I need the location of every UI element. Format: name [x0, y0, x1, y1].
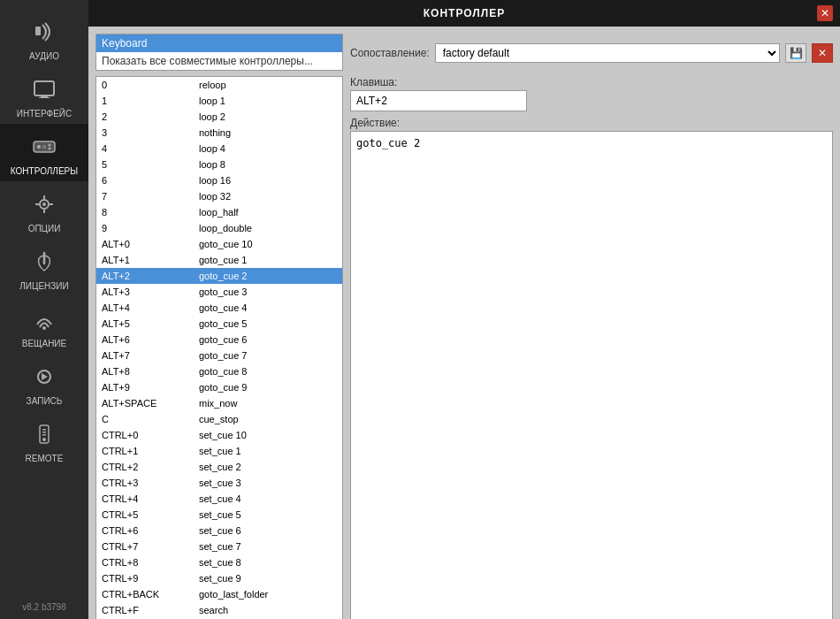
svg-rect-19: [42, 429, 46, 431]
svg-rect-2: [41, 96, 48, 97]
table-row[interactable]: ALT+3goto_cue 3: [96, 284, 342, 300]
sidebar-item-controllers-label: КОНТРОЛЛЕРЫ: [11, 166, 78, 176]
sidebar: АУДИО ИНТЕРФЕЙС КОНТРОЛЛЕРЫ: [0, 0, 88, 619]
keybinding-table-container[interactable]: 0reloop1loop 12loop 23nothing4loop 45loo…: [95, 76, 343, 619]
mapping-label: Сопоставление:: [350, 47, 430, 59]
action-textarea[interactable]: [350, 131, 833, 619]
show-all-controllers[interactable]: Показать все совместимые контроллеры...: [96, 52, 342, 70]
svg-rect-0: [35, 27, 41, 35]
keyboard-controller-item[interactable]: Keyboard: [96, 34, 342, 52]
table-row[interactable]: ALT+7goto_cue 7: [96, 348, 342, 363]
table-row[interactable]: CTRL+1set_cue 1: [96, 443, 342, 459]
table-row[interactable]: ALT+6goto_cue 6: [96, 332, 342, 348]
delete-mapping-button[interactable]: ✕: [812, 43, 833, 63]
table-row[interactable]: Ccue_stop: [96, 411, 342, 427]
svg-rect-21: [42, 434, 46, 436]
table-row[interactable]: ALT+1goto_cue 1: [96, 252, 342, 268]
sidebar-item-interface[interactable]: ИНТЕРФЕЙС: [0, 66, 88, 124]
svg-rect-20: [42, 432, 46, 433]
action-label: Действие:: [350, 117, 833, 129]
sidebar-item-options[interactable]: ОПЦИИ: [0, 181, 88, 239]
table-row[interactable]: 1loop 1: [96, 93, 342, 109]
top-row: Keyboard Показать все совместимые контро…: [95, 34, 833, 71]
table-row[interactable]: 3nothing: [96, 125, 342, 141]
mapping-select[interactable]: factory default: [435, 43, 780, 63]
key-field-group: Клавиша:: [350, 76, 833, 111]
svg-rect-1: [34, 81, 54, 96]
sidebar-item-interface-label: ИНТЕРФЕЙС: [17, 109, 72, 118]
table-row[interactable]: CTRL+7set_cue 7: [96, 539, 342, 554]
sidebar-item-options-label: ОПЦИИ: [28, 224, 61, 233]
content-area: Keyboard Показать все совместимые контро…: [88, 27, 840, 619]
sidebar-item-remote[interactable]: REMOTE: [0, 411, 88, 469]
svg-point-7: [49, 148, 51, 150]
table-row[interactable]: CTRL+9set_cue 9: [96, 570, 342, 586]
svg-point-6: [49, 144, 51, 147]
broadcast-icon: [27, 302, 62, 337]
interface-icon: [27, 72, 62, 107]
svg-rect-3: [39, 97, 50, 98]
sidebar-item-licenses[interactable]: ЛИЦЕНЗИИ: [0, 239, 88, 296]
controllers-icon: [27, 129, 62, 164]
table-row[interactable]: CTRL+8set_cue 8: [96, 554, 342, 570]
keybinding-table: 0reloop1loop 12loop 23nothing4loop 45loo…: [96, 77, 342, 619]
main-window: КОНТРОЛЛЕР ✕ Keyboard Показать все совме…: [88, 0, 840, 619]
title-bar: КОНТРОЛЛЕР ✕: [88, 0, 840, 27]
table-row[interactable]: CTRL+2set_cue 2: [96, 459, 342, 475]
table-row[interactable]: ALT+SPACEmix_now: [96, 395, 342, 411]
table-row[interactable]: CTRL+3set_cue 3: [96, 475, 342, 491]
svg-point-10: [42, 203, 46, 206]
table-row[interactable]: 2loop 2: [96, 109, 342, 125]
table-row[interactable]: CTRL+5set_cue 5: [96, 507, 342, 523]
table-row[interactable]: 8loop_half: [96, 204, 342, 220]
sidebar-item-licenses-label: ЛИЦЕНЗИИ: [19, 281, 68, 291]
middle-row: 0reloop1loop 12loop 23nothing4loop 45loo…: [95, 76, 833, 619]
options-icon: [27, 187, 62, 222]
licenses-icon: [27, 244, 62, 279]
sidebar-item-audio[interactable]: АУДИО: [0, 9, 88, 66]
table-row[interactable]: CTRL+4set_cue 4: [96, 491, 342, 507]
table-row[interactable]: CTRL+6set_cue 6: [96, 523, 342, 539]
close-button[interactable]: ✕: [817, 5, 833, 21]
sidebar-item-audio-label: АУДИО: [29, 51, 59, 61]
remote-icon: [27, 416, 62, 452]
table-row[interactable]: 5loop 8: [96, 157, 342, 172]
table-row[interactable]: CTRL+Fsearch: [96, 602, 342, 618]
table-row[interactable]: 9loop_double: [96, 220, 342, 236]
window-title: КОНТРОЛЛЕР: [424, 7, 505, 19]
table-row[interactable]: ALT+0goto_cue 10: [96, 236, 342, 252]
svg-rect-8: [42, 145, 46, 149]
right-panel: Клавиша: Действие:: [350, 76, 833, 619]
sidebar-item-record[interactable]: ЗАПИСЬ: [0, 354, 88, 411]
svg-point-18: [42, 438, 46, 441]
key-input[interactable]: [350, 90, 527, 111]
svg-point-15: [42, 326, 46, 330]
table-row[interactable]: 0reloop: [96, 77, 342, 93]
sidebar-item-broadcast-label: ВЕЩАНИЕ: [22, 339, 66, 348]
version-label: v8.2 b3798: [15, 595, 73, 619]
sidebar-item-broadcast[interactable]: ВЕЩАНИЕ: [0, 296, 88, 354]
action-field-group: Действие:: [350, 117, 833, 619]
table-row[interactable]: CTRL+0set_cue 10: [96, 427, 342, 443]
audio-icon: [27, 14, 62, 50]
table-row[interactable]: ALT+4goto_cue 4: [96, 300, 342, 316]
table-row[interactable]: CTRL+BACKgoto_last_folder: [96, 586, 342, 602]
record-icon: [27, 359, 62, 394]
table-row[interactable]: ALT+9goto_cue 9: [96, 379, 342, 395]
sidebar-item-controllers[interactable]: КОНТРОЛЛЕРЫ: [0, 124, 88, 181]
key-label: Клавиша:: [350, 76, 833, 88]
table-row[interactable]: ALT+8goto_cue 8: [96, 363, 342, 379]
sidebar-item-record-label: ЗАПИСЬ: [27, 396, 63, 406]
table-row[interactable]: 7loop 32: [96, 188, 342, 204]
controller-list-box: Keyboard Показать все совместимые контро…: [95, 34, 343, 71]
svg-point-5: [37, 145, 41, 149]
mapping-row: Сопоставление: factory default 💾 ✕: [350, 34, 833, 71]
sidebar-item-remote-label: REMOTE: [26, 454, 64, 463]
table-row[interactable]: ALT+2goto_cue 2: [96, 268, 342, 284]
table-row[interactable]: 4loop 4: [96, 141, 342, 157]
table-row[interactable]: ALT+5goto_cue 5: [96, 316, 342, 332]
table-row[interactable]: 6loop 16: [96, 172, 342, 188]
save-mapping-button[interactable]: 💾: [785, 43, 806, 63]
